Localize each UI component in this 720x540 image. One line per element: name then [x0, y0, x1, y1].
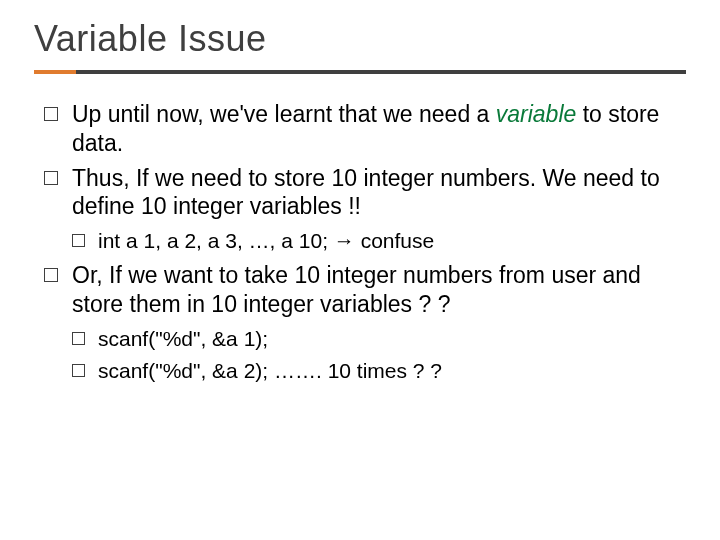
bullet-text: Or, If we want to take 10 integer number… — [72, 262, 641, 317]
sub-bullet-item: scanf("%d", &a 1); — [72, 325, 680, 353]
code-text: scanf("%d", &a 2); ……. — [98, 359, 322, 382]
bullet-text: Up until now, we've learnt that we need … — [72, 101, 496, 127]
slide: Variable Issue Up until now, we've learn… — [0, 0, 720, 540]
code-text: int a 1, a 2, a 3, …, a 10; — [98, 229, 334, 252]
arrow-icon: → — [334, 229, 355, 252]
code-text: scanf("%d", &a 1); — [98, 327, 268, 350]
bullet-list: Up until now, we've learnt that we need … — [40, 100, 680, 386]
sub-bullet-item: scanf("%d", &a 2); ……. 10 times ? ? — [72, 357, 680, 385]
bullet-text: confuse — [355, 229, 434, 252]
bullet-text: 10 times ? ? — [322, 359, 442, 382]
slide-content: Up until now, we've learnt that we need … — [34, 100, 686, 386]
italic-word: variable — [496, 101, 577, 127]
sub-bullet-list: int a 1, a 2, a 3, …, a 10; → confuse — [72, 227, 680, 255]
bullet-item: Or, If we want to take 10 integer number… — [40, 261, 680, 385]
bullet-item: Thus, If we need to store 10 integer num… — [40, 164, 680, 256]
bullet-item: Up until now, we've learnt that we need … — [40, 100, 680, 158]
title-underline — [34, 70, 686, 74]
slide-title: Variable Issue — [34, 18, 686, 60]
bullet-text: Thus, If we need to store 10 integer num… — [72, 165, 660, 220]
sub-bullet-item: int a 1, a 2, a 3, …, a 10; → confuse — [72, 227, 680, 255]
sub-bullet-list: scanf("%d", &a 1); scanf("%d", &a 2); ……… — [72, 325, 680, 386]
